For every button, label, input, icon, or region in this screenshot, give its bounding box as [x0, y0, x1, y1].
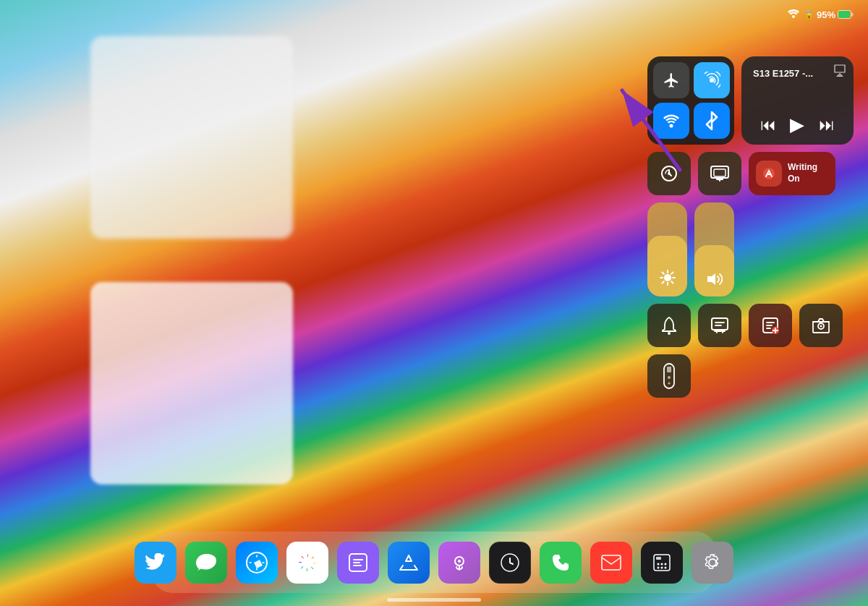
dock-icon-phone[interactable]: [540, 542, 582, 584]
dock-icon-twitter[interactable]: [135, 542, 176, 584]
dock-icon-clock[interactable]: [489, 542, 531, 584]
brightness-slider[interactable]: [647, 202, 687, 296]
volume-slider[interactable]: [694, 202, 734, 296]
cc-row-5: [647, 354, 854, 398]
cc-row-1: S13 E1257 -... ⏮ ▶ ⏭: [647, 56, 854, 145]
now-playing-controls: ⏮ ▶ ⏭: [753, 114, 842, 136]
play-button[interactable]: ▶: [790, 114, 804, 136]
svg-rect-11: [714, 169, 726, 176]
svg-point-41: [658, 563, 660, 565]
wifi-icon: [788, 9, 799, 20]
writing-tools-icon: [756, 161, 782, 187]
bluetooth-button[interactable]: [694, 103, 730, 139]
svg-line-18: [662, 273, 663, 274]
airplay-icon[interactable]: [833, 64, 846, 80]
dock-icon-safari[interactable]: [236, 542, 278, 584]
skip-forward-button[interactable]: ⏭: [819, 116, 835, 135]
dock-icon-settings[interactable]: [692, 542, 733, 584]
dock-icon-photos[interactable]: [286, 542, 328, 584]
svg-point-28: [820, 325, 822, 328]
writing-tools-label: Writing On: [788, 162, 817, 184]
svg-point-44: [658, 566, 660, 568]
svg-point-36: [458, 560, 461, 563]
hotspot-button[interactable]: [694, 62, 730, 98]
dock-icon-reminders[interactable]: [337, 542, 379, 584]
dock-icon-podcasts[interactable]: [438, 542, 480, 584]
cc-row-3: [647, 202, 854, 296]
status-bar: 🔒 95%: [788, 9, 854, 20]
tv-remote-button[interactable]: [647, 354, 691, 398]
svg-point-31: [668, 376, 671, 379]
notification-button[interactable]: [647, 304, 691, 347]
connectivity-block[interactable]: [647, 56, 734, 145]
camera-button[interactable]: [799, 304, 843, 347]
cc-row-2: Writing On: [647, 152, 854, 195]
svg-point-13: [664, 274, 671, 281]
svg-point-46: [665, 566, 667, 568]
airplane-mode-button[interactable]: [653, 62, 689, 98]
notes-plus-button[interactable]: [749, 304, 792, 347]
svg-marker-22: [707, 273, 715, 285]
dock-icon-messages[interactable]: [185, 542, 227, 584]
dock: [152, 532, 716, 593]
svg-point-2: [792, 15, 795, 18]
wifi-toggle-button[interactable]: [653, 103, 689, 139]
svg-point-9: [668, 172, 671, 175]
svg-rect-5: [851, 13, 854, 17]
svg-line-21: [662, 281, 663, 283]
svg-line-19: [671, 281, 673, 283]
home-bar: [387, 598, 481, 602]
skip-back-button[interactable]: ⏮: [760, 116, 776, 135]
volume-icon: [707, 273, 723, 289]
dock-icon-appstore[interactable]: [388, 542, 430, 584]
svg-line-20: [671, 273, 673, 274]
svg-rect-38: [602, 555, 621, 570]
now-playing-widget[interactable]: S13 E1257 -... ⏮ ▶ ⏭: [741, 56, 854, 145]
brightness-icon: [660, 270, 676, 289]
now-playing-title: S13 E1257 -...: [753, 68, 842, 79]
svg-point-23: [668, 332, 671, 335]
svg-rect-4: [838, 11, 850, 18]
battery-indicator: 🔒 95%: [804, 9, 854, 20]
control-center: S13 E1257 -... ⏮ ▶ ⏭: [647, 56, 854, 398]
svg-point-7: [670, 124, 673, 128]
dock-icon-mail[interactable]: [590, 542, 632, 584]
svg-rect-40: [656, 557, 661, 560]
screen-mirror-button[interactable]: [698, 152, 741, 195]
task-manager-button[interactable]: [698, 304, 741, 347]
writing-tools-button[interactable]: Writing On: [749, 152, 835, 195]
cc-row-4: [647, 304, 854, 347]
svg-rect-24: [712, 318, 728, 330]
dock-icon-calculator[interactable]: [641, 542, 683, 584]
svg-point-32: [668, 383, 671, 385]
svg-point-6: [710, 78, 714, 82]
svg-rect-30: [667, 367, 671, 372]
screen-lock-button[interactable]: [647, 152, 691, 195]
svg-point-45: [661, 566, 663, 568]
svg-point-42: [661, 563, 663, 565]
svg-point-43: [665, 563, 667, 565]
